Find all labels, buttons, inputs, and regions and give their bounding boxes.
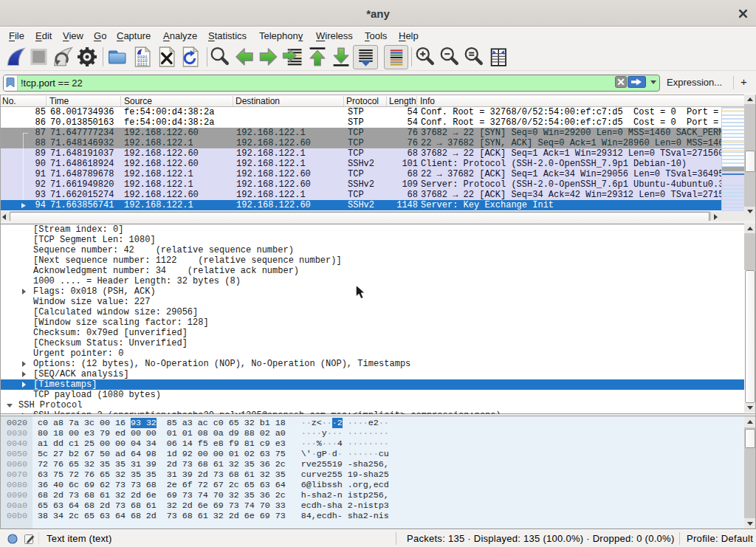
svg-text:0111: 0111: [137, 62, 148, 67]
